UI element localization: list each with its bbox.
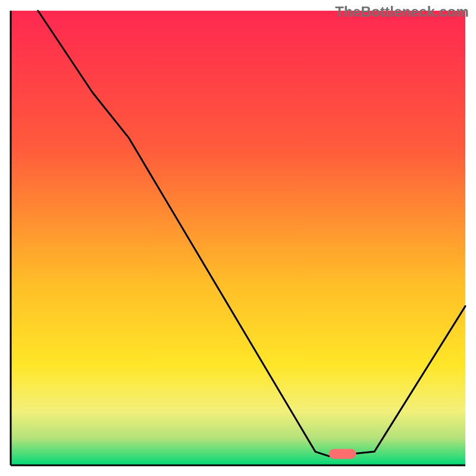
optimal-marker <box>329 449 356 459</box>
gradient-background <box>11 11 465 465</box>
bottleneck-chart: TheBottleneck.com <box>0 0 476 476</box>
attribution-text: TheBottleneck.com <box>335 4 469 20</box>
chart-canvas <box>0 0 476 476</box>
